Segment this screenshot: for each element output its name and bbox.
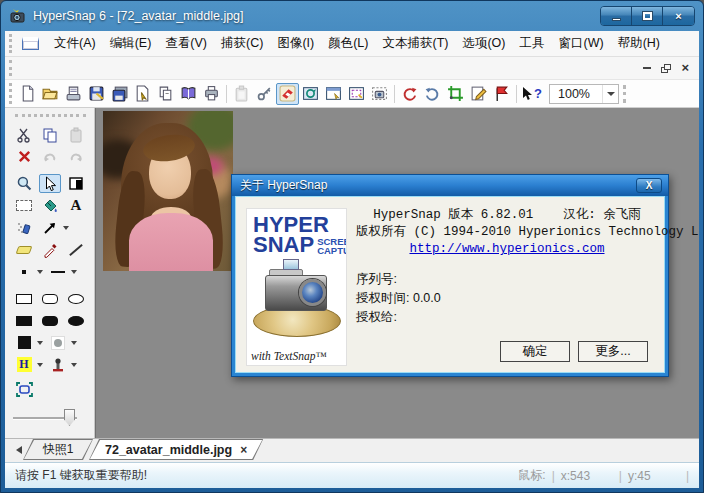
copy-icon[interactable] — [39, 125, 61, 144]
menu-tools[interactable]: 工具 — [513, 32, 552, 55]
paste-icon[interactable] — [230, 83, 253, 105]
foreground-color-swatch[interactable] — [13, 333, 35, 352]
line-width-caret[interactable] — [71, 270, 77, 274]
background-color-caret[interactable] — [71, 341, 77, 345]
scan-acquire-icon[interactable] — [62, 83, 85, 105]
about-dialog-titlebar[interactable]: 关于 HyperSnap X — [232, 175, 668, 196]
pan-window-icon[interactable] — [65, 174, 87, 193]
undo-icon[interactable] — [39, 147, 61, 166]
flag-note-icon[interactable] — [490, 83, 513, 105]
menu-textcapture[interactable]: 文本捕获(T) — [375, 32, 455, 55]
edit-pen-icon[interactable] — [467, 83, 490, 105]
paste-tool-icon[interactable] — [65, 125, 87, 144]
point-size-icon[interactable] — [13, 262, 35, 281]
canvas-area: 关于 HyperSnap X HYPER SNAP SCREEN — [95, 108, 699, 438]
palette-grip[interactable] — [15, 114, 86, 119]
stamp-caret[interactable] — [71, 363, 77, 367]
open-file-icon[interactable] — [39, 83, 62, 105]
about-dialog-close-button[interactable]: X — [636, 178, 662, 193]
zoom-slider[interactable] — [13, 409, 77, 427]
ellipse-filled-icon[interactable] — [65, 311, 87, 330]
menu-capture[interactable]: 捕获(C) — [214, 32, 270, 55]
tab-snapshot1[interactable]: 快照1 — [23, 439, 93, 460]
view-file-icon[interactable] — [131, 83, 154, 105]
scroll-left-icon — [16, 446, 22, 454]
save-icon[interactable] — [85, 83, 108, 105]
roundrect-outline-icon[interactable] — [39, 289, 61, 308]
menu-window[interactable]: 窗口(W) — [552, 32, 611, 55]
menu-edit[interactable]: 编辑(E) — [103, 32, 159, 55]
mdi-minimize-button[interactable] — [643, 67, 651, 69]
hyperionics-link[interactable]: http://www.hyperionics.com — [409, 242, 604, 256]
background-color-swatch[interactable] — [47, 333, 69, 352]
menu-image[interactable]: 图像(I) — [270, 32, 321, 55]
toolbar-end-grip[interactable] — [623, 85, 633, 103]
text-tool-icon[interactable]: A — [65, 196, 87, 215]
toolbar-grip[interactable] — [9, 83, 14, 104]
capture-tool-icon[interactable] — [276, 83, 299, 105]
fit-view-icon[interactable] — [13, 380, 35, 399]
menu-help[interactable]: 帮助(H) — [611, 32, 667, 55]
rect-outline-icon[interactable] — [13, 289, 35, 308]
highlight-tool-icon[interactable]: H — [13, 355, 35, 374]
delete-icon[interactable] — [13, 147, 35, 166]
rotate-left-icon[interactable] — [421, 83, 444, 105]
mdi-close-button[interactable]: × — [681, 63, 689, 73]
point-size-caret[interactable] — [37, 270, 43, 274]
menu-options[interactable]: 选项(O) — [455, 32, 512, 55]
tab-close-icon[interactable]: × — [240, 443, 247, 457]
mdi-strip-grip[interactable] — [9, 60, 14, 76]
menu-file[interactable]: 文件(A) — [47, 32, 103, 55]
foreground-color-caret[interactable] — [37, 341, 43, 345]
arrow-tool-icon[interactable] — [39, 218, 61, 237]
copy-page-icon[interactable] — [154, 83, 177, 105]
menu-view[interactable]: 查看(V) — [158, 32, 214, 55]
cut-icon[interactable] — [13, 125, 35, 144]
tool-palette: A — [5, 108, 95, 438]
close-button[interactable]: × — [663, 7, 694, 25]
redo-icon[interactable] — [65, 147, 87, 166]
rect-filled-icon[interactable] — [13, 311, 35, 330]
capture-repeat-icon[interactable] — [368, 83, 391, 105]
pointer-tool-icon[interactable] — [39, 174, 61, 193]
save-all-icon[interactable] — [108, 83, 131, 105]
menu-color[interactable]: 颜色(L) — [321, 32, 375, 55]
mdi-restore-button[interactable] — [661, 64, 671, 73]
ellipse-outline-icon[interactable] — [65, 289, 87, 308]
manual-book-icon[interactable] — [177, 83, 200, 105]
mdi-document-icon[interactable] — [22, 37, 39, 50]
spray-tool-icon[interactable] — [13, 218, 35, 237]
menubar-grip[interactable] — [9, 34, 14, 53]
line-width-icon[interactable] — [47, 262, 69, 281]
arrow-tool-caret[interactable] — [63, 226, 69, 230]
setup-key-icon[interactable] — [253, 83, 276, 105]
help-pointer-icon[interactable]: ? — [520, 83, 543, 105]
photo-72-avatar-middle[interactable] — [103, 111, 233, 271]
stamp-tool-icon[interactable] — [47, 355, 69, 374]
crop-icon[interactable] — [444, 83, 467, 105]
ok-button[interactable]: 确定 — [500, 341, 570, 362]
maximize-button[interactable] — [632, 7, 663, 25]
tab-72-avatar-middle[interactable]: 72_avatar_middle.jpg × — [89, 439, 263, 460]
eraser-tool-icon[interactable] — [13, 240, 35, 259]
print-icon[interactable] — [200, 83, 223, 105]
zoom-combo[interactable]: 100% — [549, 84, 619, 104]
highlight-caret[interactable] — [37, 363, 43, 367]
select-region-icon[interactable] — [13, 196, 35, 215]
more-button[interactable]: 更多... — [578, 341, 648, 362]
line-tool-icon[interactable] — [65, 240, 87, 259]
picker-pen-icon[interactable] — [39, 240, 61, 259]
zoom-combo-caret[interactable] — [602, 85, 618, 103]
roundrect-filled-icon[interactable] — [39, 311, 61, 330]
zoom-slider-thumb[interactable] — [64, 409, 75, 426]
capture-region-icon[interactable] — [345, 83, 368, 105]
capture-window-icon[interactable] — [322, 83, 345, 105]
capture-screen-icon[interactable] — [299, 83, 322, 105]
minimize-button[interactable] — [601, 7, 632, 25]
zoom-tool-icon[interactable] — [13, 174, 35, 193]
new-file-icon[interactable] — [16, 83, 39, 105]
logo-word-snap: SNAP — [253, 235, 314, 255]
close-icon: × — [675, 10, 681, 22]
rotate-right-icon[interactable] — [398, 83, 421, 105]
fill-bucket-icon[interactable] — [39, 196, 61, 215]
